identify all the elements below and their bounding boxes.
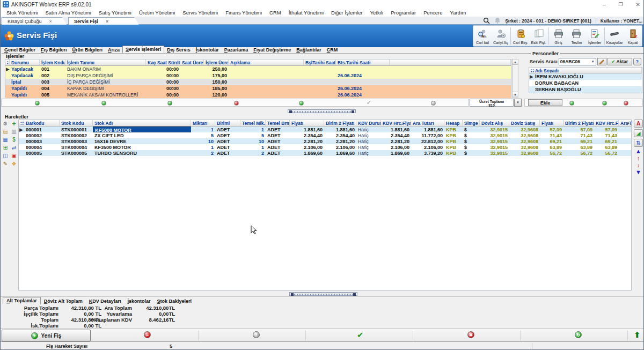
cell[interactable]: ADET — [266, 126, 290, 132]
cell[interactable] — [390, 66, 511, 72]
hareket-tool-icon[interactable]: ▤ — [2, 128, 9, 135]
menu-item[interactable]: Üretim Yönetimi — [135, 10, 179, 16]
cell[interactable]: 2 — [240, 150, 266, 156]
header-cell[interactable]: Kaç Saat Sürdü — [146, 59, 180, 65]
cell[interactable]: ADET — [266, 144, 290, 150]
cell[interactable]: $ — [463, 132, 480, 138]
table-row[interactable]: Yapılacak002DIŞ PARÇA DEĞİŞİMİ00:00175,0… — [5, 72, 511, 79]
personel-row[interactable]: DORUK BABACAN — [529, 80, 642, 86]
cell[interactable]: 005 — [40, 92, 65, 98]
confirm-button[interactable]: ✔ — [357, 330, 364, 340]
cell[interactable]: ADET — [266, 150, 290, 156]
cell[interactable]: 71,43 — [594, 132, 619, 138]
header-cell[interactable]: KDV Durumu — [356, 120, 381, 126]
header-cell[interactable]: Durumu — [10, 59, 40, 65]
header-cell[interactable]: Ara T — [619, 120, 632, 126]
cell[interactable]: 26.06.2024 — [336, 92, 390, 98]
hareket-tool-icon[interactable]: ❖ — [10, 160, 18, 167]
table-row[interactable]: ▶Yapılacak001BAKIM ONARIM00:00250,00 — [5, 66, 511, 72]
cell[interactable]: 57,09 — [564, 126, 594, 132]
hareket-side-tool-icon[interactable]: ⇅ — [634, 139, 643, 147]
cell[interactable]: 004 — [40, 85, 65, 92]
cell[interactable]: STK000001 — [60, 126, 93, 132]
cell[interactable]: KPB — [444, 132, 463, 138]
totals-tab-kdv-detaylar-[interactable]: KDV Detayları — [86, 298, 125, 304]
toolbar-button-cari-bky-[interactable]: Cari Bky. — [511, 26, 530, 46]
header-cell[interactable]: Birim 2 Fiyatı — [324, 120, 356, 126]
cell[interactable]: 00:00 — [146, 92, 180, 98]
header-cell[interactable]: Temel Brm. — [266, 120, 290, 126]
cell[interactable] — [5, 72, 10, 79]
cell[interactable]: ADET — [266, 138, 290, 144]
status-led-red[interactable] — [234, 101, 239, 106]
cell[interactable]: STK000002 — [60, 132, 93, 138]
menu-item[interactable]: CRM — [266, 10, 285, 16]
tab-i-skontolar[interactable]: İskontolar — [193, 47, 222, 53]
tab-d-servis[interactable]: Dış Servis — [164, 47, 193, 53]
cell[interactable] — [19, 150, 24, 156]
personel-row[interactable]: SERHAN BAŞOĞLU — [529, 86, 642, 93]
menu-item[interactable]: Yardım — [447, 10, 470, 16]
cell[interactable]: 11.772,00 — [411, 132, 444, 138]
cell[interactable]: 000003 — [24, 138, 60, 144]
cell[interactable]: 56,72 — [540, 150, 564, 156]
personel-name[interactable]: SERHAN BAŞOĞLU — [533, 86, 642, 93]
header-cell[interactable]: Miktarı — [191, 120, 215, 126]
yeni-fis-button[interactable]: + Yeni Fiş — [2, 330, 91, 341]
ucret-dropdown-button[interactable]: ▼ — [514, 99, 522, 107]
totals-tab-alt-toplamlar[interactable]: Alt Toplamlar — [3, 297, 41, 304]
cell[interactable] — [336, 79, 390, 85]
cell[interactable] — [619, 144, 632, 150]
help-button[interactable]: ? — [633, 58, 641, 65]
cell[interactable]: KAPAK DEĞİŞİMİ — [65, 85, 146, 92]
cell[interactable] — [229, 79, 304, 85]
hareket-tool-icon[interactable]: ▣ — [10, 152, 18, 159]
move-up-button[interactable]: ⬆ — [634, 330, 641, 340]
tab-servis-i-lemleri[interactable]: Servis İşlemleri — [122, 46, 164, 53]
cell[interactable]: 26.06.2024 — [336, 85, 390, 92]
cell[interactable]: Hariç — [356, 132, 381, 138]
refresh-button[interactable]: ↻ — [575, 331, 582, 338]
tab--r-n-bilgileri[interactable]: Ürün Bilgileri — [70, 47, 106, 53]
table-row[interactable]: 000004STK000004KF3500 MOTOR1ADET1ADET2.1… — [19, 144, 631, 150]
cell[interactable]: ADET — [215, 150, 240, 156]
hareket-tool-icon[interactable]: ▥ — [10, 128, 18, 135]
islemler-scrollbar[interactable]: ▲ ▼ — [512, 59, 518, 98]
cell[interactable]: 32,9015 — [480, 126, 509, 132]
horizontal-scrollbar[interactable] — [289, 292, 357, 296]
cell[interactable] — [180, 85, 204, 92]
cell[interactable]: BAKIM ONARIM — [65, 66, 146, 72]
cell[interactable]: 22.812,00 — [411, 138, 444, 144]
hareket-side-tool-icon[interactable]: ↑ — [637, 155, 640, 161]
tab-fi-bilgileri[interactable]: Fiş Bilgileri — [38, 47, 70, 53]
header-cell[interactable]: Barkodu — [24, 120, 60, 126]
totals-tab-d-viz-alt-toplam[interactable]: Döviz Alt Toplam — [41, 298, 86, 304]
tab-ba-lant-lar[interactable]: Bağlantılar — [294, 47, 324, 53]
cell[interactable]: 71,43 — [540, 132, 564, 138]
cell[interactable]: 001 — [40, 66, 65, 72]
tab-fiyat-de-i-tirme[interactable]: Fiyat Değiştirme — [251, 47, 294, 53]
header-cell[interactable]: Stok Kodu — [60, 120, 93, 126]
status-led-green[interactable] — [101, 101, 106, 106]
toolbar-button-cariyi-a-[interactable]: Cariyi Aç — [492, 26, 510, 46]
table-row[interactable]: Yapıldı005MEKANİK AKSAM KONTROLLERİ00:00… — [5, 92, 511, 98]
cell[interactable]: 10 — [240, 138, 266, 144]
hareket-tool-icon[interactable]: ▦ — [2, 136, 9, 143]
cell[interactable]: 10 — [191, 138, 215, 144]
cell[interactable]: KPB — [444, 150, 463, 156]
disabled-action-button[interactable]: / — [253, 331, 260, 338]
status-led-green[interactable] — [35, 101, 40, 106]
cell[interactable]: 5 — [191, 132, 215, 138]
cell[interactable]: 57,09 — [540, 126, 564, 132]
cell[interactable]: 185,00 — [204, 85, 229, 92]
status-led-green[interactable] — [167, 101, 172, 106]
cell[interactable]: 00:00 — [146, 85, 180, 92]
cell[interactable] — [5, 92, 10, 98]
aktar-button[interactable]: ✔ Aktar — [608, 58, 632, 65]
servis-araci-select[interactable]: 06ABC06 ▼ — [559, 58, 596, 65]
minimize-button[interactable]: – — [603, 2, 606, 8]
cell[interactable]: 003 — [40, 79, 65, 85]
ekle-button[interactable]: Ekle — [528, 99, 562, 106]
cell[interactable]: Hariç — [356, 150, 381, 156]
check-disabled-icon[interactable]: ✔ — [367, 100, 371, 106]
